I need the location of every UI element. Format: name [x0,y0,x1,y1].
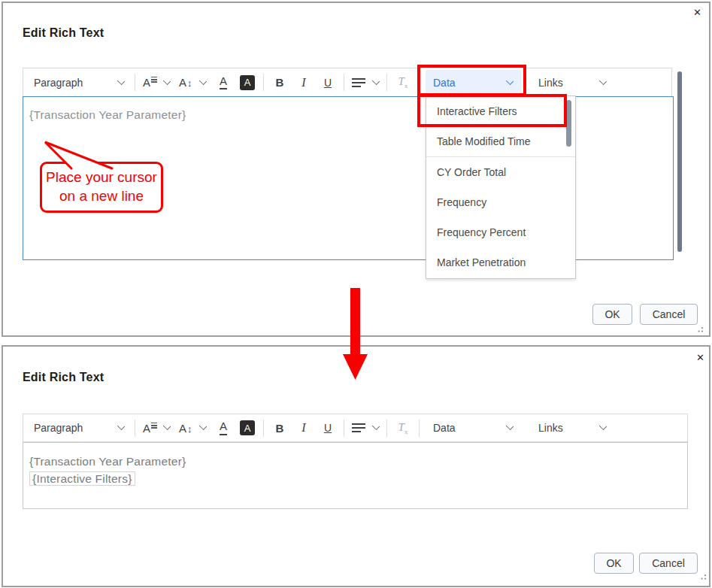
callout-tail [41,138,120,170]
links-dropdown-label: Links [538,77,563,89]
menu-item-label: Interactive Filters [437,105,517,117]
chevron-down-icon [506,423,514,430]
data-dropdown-label: Data [433,422,456,434]
menu-scrollbar-thumb[interactable] [566,100,571,147]
chevron-down-icon [163,423,171,430]
toolbar-divider [386,74,387,91]
links-dropdown[interactable]: Links [531,416,615,441]
font-face-icon: A [143,423,150,434]
underline-button[interactable]: U [317,417,339,439]
callout-text-line: Place your cursor [46,168,157,187]
paragraph-style-label: Paragraph [34,77,83,89]
paragraph-style-label: Paragraph [34,422,83,434]
cancel-button[interactable]: Cancel [640,304,698,325]
toolbar-divider [263,420,264,437]
data-dropdown[interactable]: Data [426,416,522,441]
align-left-icon [352,423,365,432]
links-dropdown[interactable]: Links [531,70,615,95]
screenshot-stage: Edit Rich Text ✕ Paragraph A A↕ A A [0,0,712,588]
menu-item-cy-order-total[interactable]: CY Order Total [426,157,575,187]
links-dropdown-label: Links [538,422,563,434]
font-size-icon: A↕ [179,77,192,88]
chevron-down-icon [117,77,125,84]
alignment-button[interactable] [349,71,382,94]
paragraph-style-select[interactable]: Paragraph [34,77,130,89]
italic-button[interactable]: I [292,417,315,439]
dialog-title: Edit Rich Text [23,371,104,384]
text-color-button[interactable]: A [212,71,235,94]
toolbar-divider [419,74,420,91]
chevron-down-icon [117,423,125,430]
resize-grip-icon[interactable] [696,326,704,333]
callout-text-line: on a new line [59,187,144,206]
rich-text-toolbar: Paragraph A A↕ A A B I U [23,414,688,442]
annotation-arrow-down [338,288,373,380]
chevron-down-icon [599,77,607,84]
bold-button[interactable]: B [268,71,291,94]
font-size-button[interactable]: A↕ [176,417,209,439]
resize-grip-icon[interactable] [699,574,707,580]
edit-rich-text-dialog-after: Edit Rich Text ✕ Paragraph A A↕ A A [2,345,710,587]
cancel-button[interactable]: Cancel [639,553,698,574]
menu-item-label: Frequency [437,196,486,208]
font-face-button[interactable]: A [140,417,173,439]
menu-item-table-modified-time[interactable]: Table Modified Time [426,126,575,156]
italic-button[interactable]: I [292,71,315,94]
edit-rich-text-dialog-before: Edit Rich Text ✕ Paragraph A A↕ A A [2,2,710,337]
rich-text-toolbar: Paragraph A A↕ A A B I U [23,68,672,96]
text-color-icon: A [220,75,227,90]
menu-item-label: Table Modified Time [437,135,531,147]
font-face-button[interactable]: A [140,71,173,94]
editor-text-line: {Transaction Year Parameter} [29,453,681,470]
inserted-token: {Interactive Filters} [29,471,135,486]
underline-button[interactable]: U [317,71,339,94]
alignment-button[interactable] [349,417,382,439]
clear-formatting-icon: Tx [398,421,408,435]
highlight-color-button[interactable]: A [236,417,259,439]
dialog-title: Edit Rich Text [23,26,104,40]
data-dropdown[interactable]: Data Interactive Filters Table Modified … [426,70,522,95]
highlight-color-button[interactable]: A [236,71,259,94]
menu-item-label: CY Order Total [437,166,506,178]
data-dropdown-label: Data [433,77,456,89]
ok-button[interactable]: OK [594,553,634,574]
chevron-down-icon [372,77,380,84]
chevron-down-icon [163,77,171,84]
align-left-icon [352,78,365,87]
clear-formatting-button[interactable]: Tx [392,71,414,94]
chevron-down-icon [599,423,607,430]
data-dropdown-menu: Interactive Filters Table Modified Time … [426,95,576,279]
toolbar-divider [344,74,344,91]
menu-item-market-penetration[interactable]: Market Penetration [426,247,575,277]
ok-button[interactable]: OK [592,304,632,325]
toolbar-divider [386,420,387,437]
menu-item-label: Frequency Percent [437,226,526,238]
rich-text-editor[interactable]: {Transaction Year Parameter} {Interactiv… [23,442,688,509]
close-icon[interactable]: ✕ [693,8,701,18]
chevron-down-icon [199,77,207,84]
toolbar-divider [263,74,264,91]
menu-item-label: Market Penetration [437,256,526,268]
menu-item-interactive-filters[interactable]: Interactive Filters [426,96,575,126]
font-face-icon: A [143,77,150,88]
chevron-down-icon [506,77,514,84]
text-color-icon: A [220,420,227,435]
chevron-down-icon [372,423,380,430]
clear-formatting-icon: Tx [398,75,408,89]
toolbar-divider [135,74,135,91]
toolbar-divider [344,420,344,437]
font-size-button[interactable]: A↕ [176,71,209,94]
menu-item-frequency[interactable]: Frequency [426,187,575,217]
paragraph-style-select[interactable]: Paragraph [34,422,130,434]
editor-scrollbar-thumb[interactable] [677,71,682,252]
editor-text-line: {Interactive Filters} [29,470,681,487]
toolbar-divider [135,420,135,437]
toolbar-divider [419,420,420,437]
close-icon[interactable]: ✕ [696,353,704,363]
text-color-button[interactable]: A [212,417,235,439]
highlight-color-icon: A [240,420,255,435]
font-size-icon: A↕ [179,423,192,434]
clear-formatting-button[interactable]: Tx [392,417,414,439]
menu-item-frequency-percent[interactable]: Frequency Percent [426,217,575,247]
bold-button[interactable]: B [268,417,291,439]
